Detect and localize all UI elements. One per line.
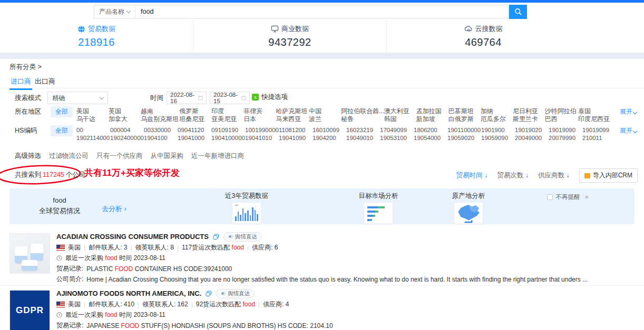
region-option[interactable]: 菲律宾 [243,107,269,115]
hs-code-option[interactable]: 19049010 [346,134,376,142]
hs-code-option[interactable]: 1902400000 [110,134,140,142]
hs-code-option[interactable]: 09041120 [178,126,207,134]
thumb-trade-data[interactable]: 近3年贸易数据 [218,192,276,224]
hs-code-option[interactable]: 19019090 [549,126,578,134]
region-option[interactable]: 加纳 [481,107,506,115]
region-option[interactable]: 亚美尼亚 [211,115,237,123]
hs-code-option[interactable]: 1904100000 [211,134,241,142]
thumb-origin-analysis[interactable]: 原产地分析 [440,192,497,224]
region-option[interactable]: 日本 [243,115,269,123]
region-option[interactable]: 秘鲁 [341,115,377,123]
advanced-filter[interactable]: 只有一个供应商 [96,152,143,161]
region-option[interactable]: 新加坡 [416,115,442,123]
hs-code-option[interactable]: 00 [76,126,106,134]
date-from-input[interactable]: 2022-08-16 [167,92,207,104]
tab-exporters[interactable]: 出口商 [34,75,56,88]
region-option[interactable]: 哈萨克斯坦 [276,107,302,115]
advanced-filter[interactable]: 从中国采购 [151,152,184,161]
advanced-filter[interactable]: 过滤物流公司 [49,152,89,161]
import-crm-button[interactable]: 导入内部CRM [579,168,638,183]
hs-code-option[interactable]: 11081200 [279,126,308,134]
company-name[interactable]: AJINOMOTO FOODS NORTH AMERICA, INC. [56,289,201,297]
region-option[interactable]: 乌兹别克斯坦 [141,115,172,123]
hs-code-option[interactable]: 1806200 [414,126,443,134]
search-button[interactable] [509,5,527,19]
hs-code-option[interactable]: 19041000 [178,134,207,142]
hs-code-option[interactable]: 19059090 [481,134,511,142]
advanced-filter[interactable]: 近一年新增进口商 [191,152,244,161]
hs-code-option[interactable]: 19059020 [447,134,477,142]
search-input[interactable] [135,5,509,18]
hs-code-option[interactable]: 16023219 [346,126,376,134]
hs-all-chip[interactable]: 全部 [51,125,73,136]
region-option[interactable]: 印度 [211,107,237,115]
region-option[interactable]: 巴西 [545,115,571,123]
region-option[interactable]: 泰国 [578,107,604,115]
hs-code-option[interactable]: 00330000 [144,126,173,134]
region-option[interactable]: 俄罗斯 [179,107,204,115]
region-option[interactable]: 尼日利亚 [513,107,538,115]
hs-code-option[interactable]: 17049099 [380,126,409,134]
region-option[interactable]: 中国 [309,107,334,115]
hs-code-option[interactable]: 19019020 [515,126,544,134]
hs-code-option[interactable]: 210011 [582,134,611,142]
hs-expand-link[interactable]: 展开 [620,126,637,135]
hs-code-option[interactable]: 000004 [110,126,140,134]
region-option[interactable]: 波兰 [309,115,334,123]
sort-trade-time[interactable]: 贸易时间 ↓ [456,171,487,180]
search-category-dropdown[interactable]: 产品名称 [94,5,135,18]
sentiment-direct-tag[interactable]: 舆情直达 [223,232,262,242]
region-option[interactable]: 英国 [109,107,134,115]
hs-code-option[interactable]: 1901100000 [447,126,477,134]
region-option[interactable]: 坦桑尼亚 [179,115,204,123]
hs-code-option[interactable]: 19019099 [582,126,611,134]
hs-code-option[interactable]: 1001990000 [245,126,275,134]
hs-code-option[interactable]: 09109190 [211,126,241,134]
company-logo-photo[interactable] [9,233,50,274]
hs-code-option[interactable]: 19041010 [245,134,275,142]
region-option[interactable]: 沙特阿拉伯 [545,107,571,115]
tab-importers[interactable]: 进口商 [9,75,32,88]
stat-trade-data[interactable]: 贸易数据 218916 [0,20,193,53]
region-option[interactable]: 巴基斯坦 [448,107,474,115]
sort-supplier-count[interactable]: 供应商数 ↓ [538,171,570,180]
copy-icon[interactable] [206,291,212,297]
region-option[interactable]: 韩国 [384,115,409,123]
hs-code-option[interactable]: 19041090 [279,134,308,142]
hs-code-option[interactable]: 20079990 [549,134,578,142]
thumb-target-market[interactable]: 目标市场分析 [349,192,407,224]
region-option[interactable]: 斯里兰卡 [513,115,538,123]
search-mode-select[interactable]: 精确 [47,92,108,104]
copy-icon[interactable] [213,234,219,240]
hs-code-option[interactable]: 1901900 [481,126,511,134]
hs-code-option[interactable]: 19053100 [380,134,409,142]
company-name[interactable]: ACADIAN CROSSING CONSUMER PRODUCTS [56,233,209,241]
quick-options-button[interactable]: ≡ 快捷选项 [252,93,288,102]
region-option[interactable]: 厄瓜多尔 [481,115,506,123]
stat-business-data[interactable]: 商业数据 9437292 [193,20,386,53]
go-analyze-link[interactable]: 去分析 › [102,204,126,214]
company-logo-gdpr[interactable]: GDPR [9,290,50,330]
region-option[interactable]: 马来西亚 [276,115,302,123]
region-option[interactable]: 孟加拉国 [416,107,442,115]
region-option[interactable]: 白俄罗斯 [448,115,474,123]
hs-code-option[interactable]: 19054000 [414,134,443,142]
hs-code-option[interactable]: 20049000 [515,134,544,142]
stat-cloud-search-data[interactable]: 云搜数据 469764 [386,20,580,53]
breadcrumb[interactable]: 所有分类 > [9,63,42,72]
region-all-chip[interactable]: 全部 [51,106,73,117]
region-option[interactable]: 澳大利亚 [384,107,409,115]
region-option[interactable]: 印度尼西亚 [578,115,604,123]
hs-code-option[interactable]: 1904100 [144,134,173,142]
date-to-input[interactable]: 2023-08-15 [210,92,250,104]
hs-code-option[interactable]: 1902114000 [76,134,106,142]
advanced-filter[interactable]: 高级筛选 [15,152,41,161]
region-option[interactable]: 美国 [76,107,102,115]
region-expand-link[interactable]: 展开 [620,107,637,116]
sentiment-direct-tag[interactable]: 舆情直达 [216,289,255,298]
hs-code-option[interactable]: 16010099 [313,126,342,134]
hs-code-option[interactable]: 1904200 [313,134,342,142]
close-icon[interactable]: × [584,193,589,201]
region-option[interactable]: 加拿大 [109,115,134,123]
dismiss-checkbox[interactable] [547,194,553,200]
